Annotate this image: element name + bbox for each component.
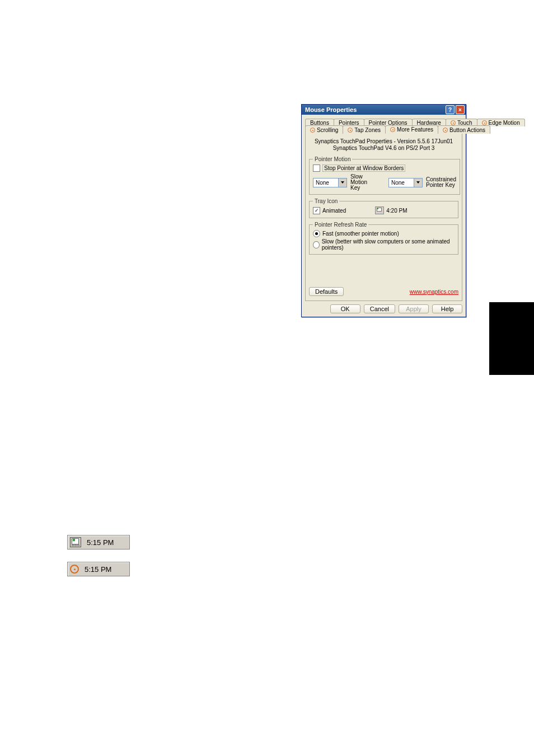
synaptics-tray-icon	[70, 565, 79, 574]
row-stop-pointer: Stop Pointer at Window Borders	[313, 165, 456, 172]
radio-slow[interactable]	[313, 241, 320, 248]
tray-preview-icon	[375, 206, 384, 214]
synaptics-icon	[482, 120, 487, 125]
label-animated: Animated	[322, 208, 346, 214]
apply-button[interactable]: Apply	[399, 304, 429, 313]
tab-tap-zones[interactable]: Tap Zones	[343, 125, 386, 134]
synaptics-icon	[451, 120, 456, 125]
tray-example-touchpad: 5:15 PM	[67, 535, 130, 550]
row-fast: Fast (smoother pointer motion)	[313, 230, 455, 237]
chevron-down-icon	[338, 179, 346, 187]
tab-scrolling[interactable]: Scrolling	[305, 125, 343, 134]
checkbox-animated[interactable]: ✓	[313, 207, 320, 214]
label-fast: Fast (smoother pointer motion)	[322, 231, 399, 237]
tab-panel-more-features: Synaptics TouchPad Properties - Version …	[305, 133, 462, 301]
tabs-area: Buttons Pointers Pointer Options Hardwar…	[302, 115, 466, 301]
label-stop-pointer: Stop Pointer at Window Borders	[322, 165, 405, 172]
synaptics-icon	[348, 128, 353, 133]
label-slow-motion-key: Slow Motion Key	[350, 174, 371, 191]
defaults-button[interactable]: Defaults	[309, 287, 344, 296]
legend-pointer-motion: Pointer Motion	[313, 156, 352, 162]
dropdown-constrained-pointer-key[interactable]: None	[388, 178, 423, 187]
window-title: Mouse Properties	[305, 106, 444, 113]
synaptics-icon	[310, 128, 315, 133]
synaptics-icon	[443, 128, 448, 133]
row-animated: ✓ Animated 4:20 PM	[313, 206, 455, 214]
tab-row-2: Scrolling Tap Zones More Features Button…	[305, 125, 462, 134]
tray-time-1: 5:15 PM	[87, 538, 114, 547]
titlebar[interactable]: Mouse Properties ? ×	[302, 105, 466, 115]
row-slow: Slow (better with slow computers or some…	[313, 238, 455, 251]
label-constrained-pointer-key: Constrained Pointer Key	[426, 177, 456, 188]
tab-row-1: Buttons Pointers Pointer Options Hardwar…	[305, 118, 462, 126]
label-slow: Slow (better with slow computers or some…	[322, 238, 455, 251]
legend-refresh-rate: Pointer Refresh Rate	[313, 222, 368, 228]
help-icon[interactable]: ?	[446, 105, 455, 114]
cancel-button[interactable]: Cancel	[364, 304, 395, 313]
tab-more-features[interactable]: More Features	[385, 125, 438, 134]
dropdown-slow-motion-key[interactable]: None	[313, 178, 347, 187]
side-thumb-tab	[489, 302, 534, 375]
checkbox-stop-pointer[interactable]	[313, 165, 320, 172]
close-icon[interactable]: ×	[456, 105, 465, 114]
tray-preview-time: 4:20 PM	[386, 208, 407, 214]
tray-example-synaptics: 5:15 PM	[67, 562, 130, 576]
tray-time-2: 5:15 PM	[85, 565, 111, 574]
radio-fast[interactable]	[313, 230, 320, 237]
driver-info: Synaptics TouchPad Properties - Version …	[309, 138, 458, 152]
synaptics-link[interactable]: www.synaptics.com	[410, 289, 458, 295]
help-button[interactable]: Help	[432, 304, 462, 313]
chevron-down-icon	[414, 179, 422, 187]
tab-button-actions[interactable]: Button Actions	[438, 125, 490, 134]
legend-tray-icon: Tray Icon	[313, 198, 339, 204]
group-refresh-rate: Pointer Refresh Rate Fast (smoother poin…	[309, 222, 458, 255]
group-tray-icon: Tray Icon ✓ Animated 4:20 PM	[309, 198, 458, 218]
synaptics-icon	[390, 127, 395, 132]
defaults-row: Defaults www.synaptics.com	[309, 287, 458, 296]
touchpad-tray-icon	[70, 537, 81, 547]
group-pointer-motion: Pointer Motion Stop Pointer at Window Bo…	[309, 156, 460, 195]
dialog-buttons: OK Cancel Apply Help	[302, 301, 466, 317]
row-hotkeys: None Slow Motion Key None Constrained	[313, 174, 456, 191]
mouse-properties-dialog: Mouse Properties ? × Buttons Pointers Po…	[301, 104, 466, 317]
ok-button[interactable]: OK	[330, 304, 360, 313]
